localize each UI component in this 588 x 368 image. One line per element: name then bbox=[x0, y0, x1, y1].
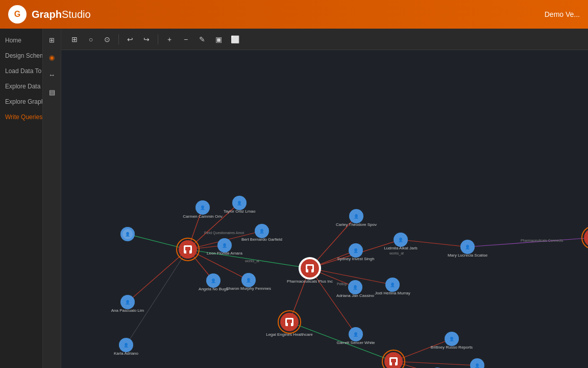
edge-label: Field Questionaires Amot bbox=[204, 231, 244, 235]
svg-rect-50 bbox=[308, 268, 311, 272]
edge bbox=[310, 268, 356, 334]
edge bbox=[394, 339, 452, 361]
svg-text:Angela No Bugs: Angela No Bugs bbox=[199, 287, 228, 291]
edit-button[interactable]: ✎ bbox=[195, 32, 209, 47]
svg-text:👤: 👤 bbox=[125, 232, 130, 237]
graph-svg: works_at Peltop Field Questionaires Amot… bbox=[61, 50, 588, 368]
edge bbox=[128, 249, 188, 302]
edge-label: works_at bbox=[244, 259, 259, 263]
svg-text:👤: 👤 bbox=[124, 342, 129, 348]
svg-rect-60 bbox=[392, 361, 395, 365]
logo: G bbox=[8, 5, 27, 24]
svg-text:Ludmila Aikat Jarb: Ludmila Aikat Jarb bbox=[384, 246, 418, 250]
svg-text:Bert Bernardo Garfield: Bert Bernardo Garfield bbox=[241, 237, 282, 242]
svg-text:Carmen Cammin Oriv: Carmen Cammin Oriv bbox=[183, 214, 222, 219]
sidebar: Home Design Schema Load Data To Graph Ex… bbox=[0, 29, 61, 368]
svg-text:👤: 👤 bbox=[398, 237, 403, 242]
edge bbox=[126, 249, 188, 345]
svg-text:Legal Engines Healthcare: Legal Engines Healthcare bbox=[266, 332, 313, 337]
svg-text:👤: 👤 bbox=[449, 336, 454, 341]
svg-text:👤: 👤 bbox=[353, 285, 358, 290]
svg-text:Mary Lucrecia Scalise: Mary Lucrecia Scalise bbox=[448, 253, 488, 258]
svg-text:👤: 👤 bbox=[259, 228, 264, 234]
demo-version: Demo Ve... bbox=[545, 10, 580, 18]
edge-label: works_at bbox=[389, 251, 404, 256]
toolbar-separator-1 bbox=[118, 34, 119, 44]
header: G GraphStudio Demo Ve... bbox=[0, 0, 588, 29]
svg-text:👤: 👤 bbox=[354, 214, 359, 219]
edge-label: Peltop bbox=[337, 282, 347, 286]
svg-text:👤: 👤 bbox=[200, 205, 205, 210]
camera-button[interactable]: ⬜ bbox=[228, 32, 242, 47]
svg-text:👤: 👤 bbox=[353, 248, 358, 253]
graph-canvas[interactable]: works_at Peltop Field Questionaires Amot… bbox=[61, 50, 588, 368]
edge bbox=[394, 361, 477, 365]
graph-icon-btn[interactable]: ◉ bbox=[45, 50, 59, 64]
edge-label: Pharmaceuticals Connects bbox=[521, 239, 564, 242]
edge bbox=[128, 234, 188, 249]
doc-icon-btn[interactable]: ▤ bbox=[45, 85, 59, 99]
svg-text:Adriana Jan Cassino: Adriana Jan Cassino bbox=[336, 293, 374, 298]
graph-canvas-container[interactable]: works_at Peltop Field Questionaires Amot… bbox=[61, 50, 588, 368]
svg-text:Taylor Ortiz Lmao: Taylor Ortiz Lmao bbox=[224, 209, 256, 214]
redo-button[interactable]: ↪ bbox=[139, 32, 154, 47]
svg-rect-47 bbox=[186, 249, 189, 254]
select-tool-button[interactable]: ⊙ bbox=[100, 32, 114, 47]
layout-icon-btn[interactable]: ⊞ bbox=[45, 33, 59, 47]
svg-text:Jodi Herlina Murray: Jodi Herlina Murray bbox=[375, 291, 410, 295]
grid-toggle-button[interactable]: ⊞ bbox=[67, 32, 82, 47]
svg-text:Garrett Sencer White: Garrett Sencer White bbox=[336, 340, 375, 345]
svg-text:Carley Theodore Spov: Carley Theodore Spov bbox=[336, 222, 377, 227]
svg-text:👤: 👤 bbox=[211, 278, 216, 283]
undo-button[interactable]: ↩ bbox=[123, 32, 137, 47]
schema-icon-btn[interactable]: ↔ bbox=[45, 67, 59, 82]
svg-text:👤: 👤 bbox=[125, 300, 130, 305]
svg-text:👤: 👤 bbox=[475, 363, 480, 368]
minus-button[interactable]: − bbox=[179, 32, 193, 47]
svg-text:Ana Pascualo Lim: Ana Pascualo Lim bbox=[111, 308, 144, 313]
svg-text:Leon Florida Amara: Leon Florida Amara bbox=[207, 251, 242, 256]
svg-text:Karla Adriano: Karla Adriano bbox=[114, 351, 139, 356]
svg-text:👤: 👤 bbox=[246, 278, 251, 283]
toolbar-separator-2 bbox=[158, 34, 158, 44]
svg-text:👤: 👤 bbox=[465, 244, 470, 249]
brand-name: GraphStudio bbox=[32, 9, 91, 20]
svg-text:👤: 👤 bbox=[237, 200, 242, 205]
toolbar: ⊞ ○ ⊙ ↩ ↪ + − ✎ ▣ ⬜ bbox=[61, 29, 588, 50]
svg-text:Sharon Murphy Femmes: Sharon Murphy Femmes bbox=[226, 286, 271, 291]
svg-text:👤: 👤 bbox=[353, 332, 358, 337]
svg-text:Pharmaceuticals Plus Inc: Pharmaceuticals Plus Inc bbox=[287, 279, 333, 284]
circle-tool-button[interactable]: ○ bbox=[84, 32, 98, 47]
svg-text:Sydney Invest Singh: Sydney Invest Singh bbox=[337, 257, 375, 261]
delete-button[interactable]: ▣ bbox=[211, 32, 226, 47]
add-button[interactable]: + bbox=[162, 32, 177, 47]
svg-text:👤: 👤 bbox=[222, 243, 227, 248]
svg-text:Brittney Russo Reports: Brittney Russo Reports bbox=[431, 345, 473, 350]
svg-rect-55 bbox=[288, 322, 291, 326]
svg-text:👤: 👤 bbox=[390, 282, 395, 287]
sidebar-icon-panel: ⊞ ◉ ↔ ▤ bbox=[42, 29, 61, 368]
